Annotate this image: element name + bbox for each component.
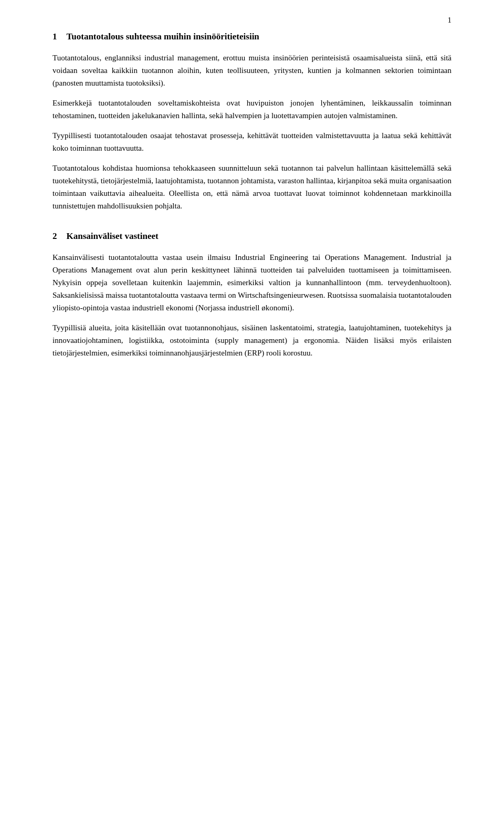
section-2-number: 2 — [52, 231, 57, 242]
section-2: 2 Kansainväliset vastineet Kansainvälise… — [52, 231, 452, 359]
section-2-para-1: Kansainvälisesti tuotantotaloutta vastaa… — [52, 251, 452, 314]
section-1-para-2: Esimerkkejä tuotantotalouden soveltamisk… — [52, 97, 452, 122]
section-1-para-4: Tuotantotalous kohdistaa huomionsa tehok… — [52, 162, 452, 212]
section-1-title: Tuotantotalous suhteessa muihin insinöör… — [67, 32, 259, 42]
section-2-title: Kansainväliset vastineet — [67, 231, 159, 242]
section-1-para-1: Tuotantotalous, englanniksi industrial m… — [52, 51, 452, 89]
page-number: 1 — [448, 16, 452, 25]
section-1-para-3: Tyypillisesti tuotantotalouden osaajat t… — [52, 129, 452, 154]
section-1-number: 1 — [52, 32, 57, 42]
section-1-heading: 1 Tuotantotalous suhteessa muihin insinö… — [52, 32, 452, 42]
section-2-para-2: Tyypillisiä alueita, joita käsitellään o… — [52, 321, 452, 359]
section-1: 1 Tuotantotalous suhteessa muihin insinö… — [52, 32, 452, 212]
page: 1 1 Tuotantotalous suhteessa muihin insi… — [0, 0, 504, 815]
section-2-heading: 2 Kansainväliset vastineet — [52, 231, 452, 242]
